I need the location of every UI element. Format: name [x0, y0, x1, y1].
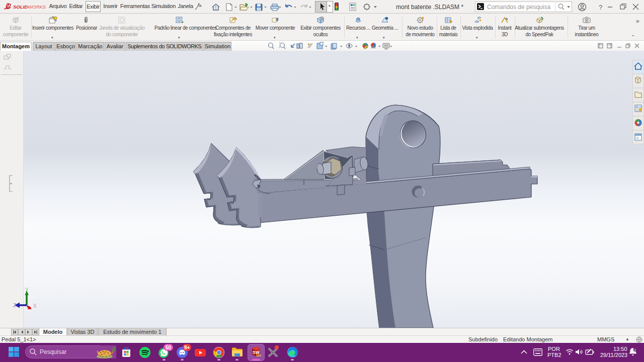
svg-text:2022: 2022	[256, 354, 262, 357]
svg-text:z: z	[634, 348, 636, 351]
svg-text:?: ?	[599, 4, 602, 11]
svg-text:SOLIDWORKS: SOLIDWORKS	[13, 4, 46, 10]
svg-text:X: X	[33, 303, 37, 309]
